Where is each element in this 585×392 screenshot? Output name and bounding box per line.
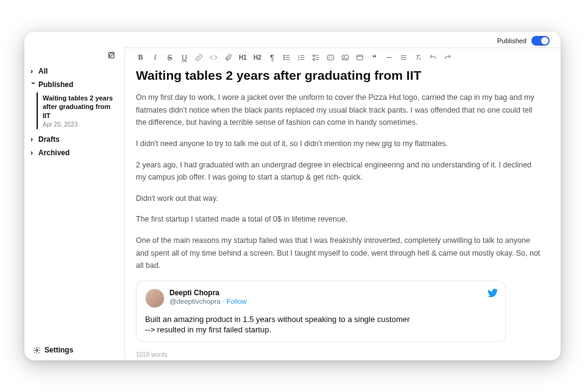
divider-button[interactable] — [385, 53, 394, 62]
tweet-line: --> resulted in my first failed startup. — [145, 324, 497, 335]
nav-all-label: All — [38, 67, 48, 75]
tweet-name: Deepti Chopra — [169, 289, 247, 297]
italic-button[interactable]: I — [151, 53, 160, 62]
indent-icon — [400, 54, 408, 61]
chevron-right-icon: › — [30, 135, 36, 144]
nav-published-label: Published — [38, 80, 73, 89]
bullet-list-icon — [283, 54, 291, 61]
app-window: Published › All › Published — [24, 32, 561, 360]
word-count: 1018 words — [136, 351, 168, 358]
bold-button[interactable]: B — [136, 53, 145, 62]
paragraph[interactable]: I didn't need anyone to try to talk me o… — [136, 138, 542, 150]
paragraph[interactable]: 2 years ago, I had graduated with an und… — [136, 159, 542, 184]
numbered-list-icon — [297, 54, 305, 61]
gear-icon — [33, 346, 41, 354]
topbar: Published — [24, 32, 561, 47]
twitter-icon — [487, 287, 498, 298]
hr-icon — [385, 54, 393, 61]
embed-button[interactable] — [355, 53, 364, 62]
published-label: Published — [497, 37, 526, 44]
undo-icon — [429, 54, 437, 61]
svg-rect-7 — [328, 55, 334, 60]
published-toggle[interactable] — [531, 36, 550, 46]
active-post-title: Waiting tables 2 years after graduating … — [43, 94, 116, 120]
code-icon — [210, 54, 218, 61]
code-block-button[interactable] — [326, 53, 335, 62]
tweet-line: Built an amazing product in 1.5 years wi… — [145, 314, 497, 325]
redo-icon — [444, 54, 452, 61]
svg-rect-6 — [313, 58, 315, 60]
image-button[interactable] — [341, 53, 350, 62]
tweet-embed: Deepti Chopra @deeptivchopra · Follow Bu… — [136, 281, 506, 342]
nav-archived-label: Archived — [38, 149, 69, 157]
redo-button[interactable] — [443, 53, 452, 62]
embed-icon — [356, 54, 364, 61]
nav-published[interactable]: › Published — [29, 78, 119, 91]
paragraph[interactable]: One of the main reasons my startup faile… — [136, 234, 542, 272]
code-button[interactable] — [209, 53, 218, 62]
svg-point-9 — [344, 57, 345, 58]
strikethrough-button[interactable]: S — [165, 53, 174, 62]
body: › All › Published Waiting tables 2 years… — [24, 47, 561, 360]
settings-label: Settings — [44, 346, 73, 354]
tweet-header: Deepti Chopra @deeptivchopra · Follow — [145, 289, 497, 308]
attachment-button[interactable] — [224, 53, 233, 62]
nav-drafts-label: Drafts — [38, 135, 60, 144]
svg-point-2 — [283, 55, 285, 56]
document-title[interactable]: Waiting tables 2 years after graduating … — [136, 68, 542, 83]
quote-button[interactable]: “ — [370, 53, 379, 62]
nav-all[interactable]: › All — [29, 65, 119, 78]
svg-point-1 — [36, 349, 38, 351]
svg-rect-10 — [357, 55, 363, 60]
editor[interactable]: Waiting tables 2 years after graduating … — [125, 65, 561, 360]
tweet-handle: @deeptivchopra — [169, 298, 221, 305]
clear-format-icon — [414, 54, 422, 61]
link-icon — [195, 54, 203, 61]
toolbar: B I S U H1 H2 ¶ “ — [125, 48, 561, 65]
nav-drafts[interactable]: › Drafts — [29, 133, 119, 146]
tweet-body: Built an amazing product in 1.5 years wi… — [145, 314, 497, 335]
tweet-user: Deepti Chopra @deeptivchopra · Follow — [169, 289, 247, 306]
toggle-knob — [541, 37, 548, 44]
nav: › All › Published Waiting tables 2 years… — [24, 65, 124, 159]
undo-button[interactable] — [428, 53, 438, 62]
code-block-icon — [327, 54, 335, 61]
h2-button[interactable]: H2 — [253, 53, 262, 62]
main: B I S U H1 H2 ¶ “ — [125, 47, 561, 360]
paragraph[interactable]: On my first day to work, I wore a jacket… — [136, 91, 542, 129]
paragraph[interactable]: Didn't work out that way. — [136, 192, 542, 205]
chevron-down-icon: › — [29, 82, 38, 88]
link-button[interactable] — [194, 53, 204, 62]
chevron-right-icon: › — [30, 149, 36, 157]
svg-rect-5 — [313, 55, 315, 57]
tweet-follow[interactable]: Follow — [227, 298, 247, 305]
nav-archived[interactable]: › Archived — [29, 146, 119, 159]
compose-icon — [107, 51, 116, 60]
checklist-button[interactable] — [311, 53, 321, 62]
sidebar: › All › Published Waiting tables 2 years… — [24, 47, 125, 360]
image-icon — [341, 54, 349, 61]
chevron-right-icon: › — [30, 67, 36, 75]
numbered-list-button[interactable] — [297, 53, 306, 62]
h1-button[interactable]: H1 — [238, 53, 247, 62]
settings-button[interactable]: Settings — [24, 340, 124, 360]
new-post-button[interactable] — [24, 51, 124, 65]
svg-point-3 — [283, 57, 285, 58]
sidebar-active-post[interactable]: Waiting tables 2 years after graduating … — [37, 93, 119, 129]
indent-button[interactable] — [399, 53, 408, 62]
underline-button[interactable]: U — [180, 53, 189, 62]
clear-format-button[interactable] — [414, 53, 423, 62]
svg-point-4 — [283, 59, 285, 60]
active-post-date: Apr 20, 2023 — [43, 121, 116, 128]
paragraph[interactable]: The first startup I started made a total… — [136, 213, 542, 226]
avatar — [145, 289, 165, 308]
checklist-icon — [312, 54, 320, 61]
paperclip-icon — [224, 54, 232, 61]
bullet-list-button[interactable] — [282, 53, 291, 62]
paragraph-button[interactable]: ¶ — [268, 53, 277, 62]
